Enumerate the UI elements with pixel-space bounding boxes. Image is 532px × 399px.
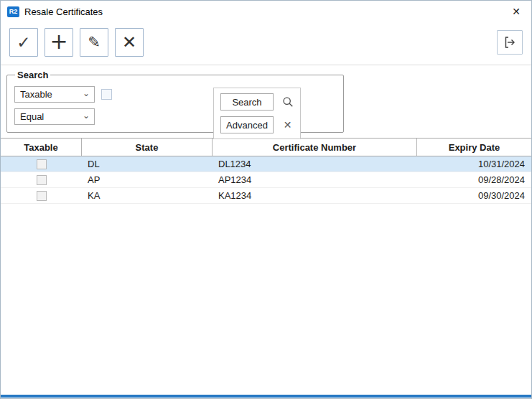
accept-button[interactable]: ✓ [9, 28, 38, 57]
taxable-checkbox[interactable] [37, 175, 47, 185]
expiry-date-cell: 09/28/2024 [417, 172, 531, 187]
certificate-number-cell: AP1234 [213, 172, 417, 187]
table-row[interactable]: KA KA1234 09/30/2024 [1, 188, 531, 204]
state-cell: AP [82, 172, 213, 187]
table-header: Taxable State Certificate Number Expiry … [1, 138, 531, 156]
delete-x-icon: ✕ [122, 34, 136, 51]
search-actions-panel: Search Advanced ✕ [213, 88, 301, 139]
bottom-accent-bar [1, 395, 531, 398]
expiry-date-cell: 10/31/2024 [417, 156, 531, 172]
exit-icon [503, 35, 517, 50]
advanced-button[interactable]: Advanced [220, 116, 274, 133]
search-button[interactable]: Search [220, 93, 274, 111]
operator-dropdown[interactable]: Equal ⌄ [14, 108, 95, 125]
table-row[interactable]: DL DL1234 10/31/2024 [1, 156, 531, 172]
delete-button[interactable]: ✕ [115, 28, 144, 57]
column-header-state[interactable]: State [82, 139, 213, 156]
close-icon[interactable]: ✕ [501, 1, 531, 22]
search-checkbox[interactable] [101, 89, 112, 100]
field-dropdown[interactable]: Taxable ⌄ [14, 86, 95, 103]
edit-button[interactable]: ✎ [80, 28, 108, 57]
state-cell: DL [82, 156, 213, 172]
field-dropdown-value: Taxable [20, 89, 52, 100]
search-group: Search Taxable ⌄ Equal ⌄ Search [6, 70, 344, 133]
app-icon: R2 [7, 6, 19, 17]
certificates-table: Taxable State Certificate Number Expiry … [1, 138, 531, 204]
search-legend: Search [15, 70, 50, 80]
window-title: Resale Certificates [24, 6, 103, 17]
state-cell: KA [82, 188, 213, 203]
toolbar: ✓ + ✎ ✕ [1, 22, 531, 65]
pencil-icon: ✎ [88, 35, 101, 50]
table-row[interactable]: AP AP1234 09/28/2024 [1, 172, 531, 188]
exit-button[interactable] [497, 30, 523, 55]
expiry-date-cell: 09/30/2024 [417, 188, 531, 203]
operator-dropdown-value: Equal [20, 111, 44, 122]
resale-certificates-window: R2 Resale Certificates ✕ ✓ + ✎ ✕ [0, 0, 532, 399]
column-header-expiry-date[interactable]: Expiry Date [417, 139, 531, 156]
column-header-certificate-number[interactable]: Certificate Number [213, 139, 417, 156]
plus-icon: + [50, 31, 67, 52]
column-header-taxable[interactable]: Taxable [1, 139, 82, 156]
check-icon: ✓ [17, 34, 30, 51]
add-button[interactable]: + [45, 28, 73, 57]
titlebar: R2 Resale Certificates ✕ [1, 1, 531, 22]
certificate-number-cell: DL1234 [213, 156, 417, 172]
clear-x-icon: ✕ [281, 119, 294, 131]
magnifier-icon [281, 96, 294, 108]
chevron-down-icon: ⌄ [83, 111, 90, 120]
taxable-checkbox[interactable] [37, 159, 47, 169]
taxable-checkbox[interactable] [37, 191, 47, 201]
chevron-down-icon: ⌄ [83, 89, 90, 98]
certificate-number-cell: KA1234 [213, 188, 417, 203]
